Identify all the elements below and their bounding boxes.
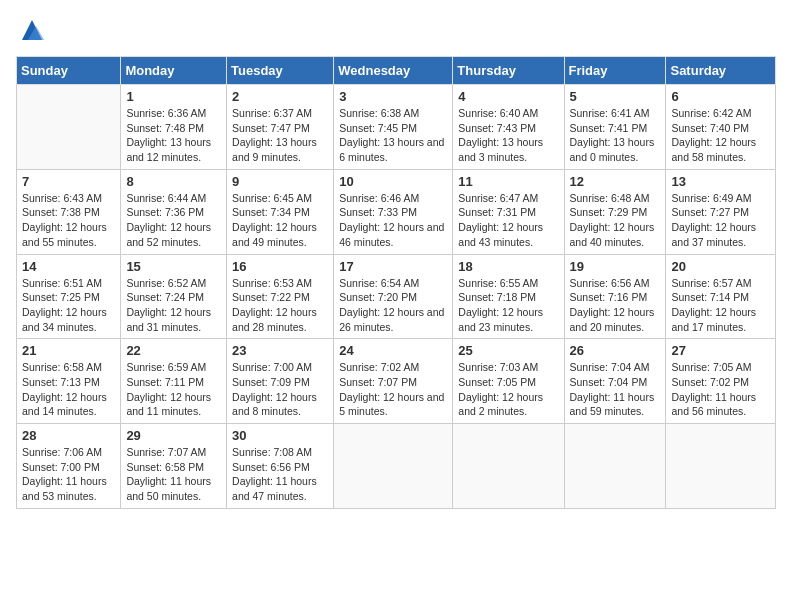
calendar-cell xyxy=(453,424,564,509)
calendar-cell: 15Sunrise: 6:52 AMSunset: 7:24 PMDayligh… xyxy=(121,254,227,339)
weekday-header-sunday: Sunday xyxy=(17,57,121,85)
calendar-cell: 12Sunrise: 6:48 AMSunset: 7:29 PMDayligh… xyxy=(564,169,666,254)
cell-details: Sunrise: 6:43 AMSunset: 7:38 PMDaylight:… xyxy=(22,191,115,250)
day-number: 28 xyxy=(22,428,115,443)
calendar-cell: 16Sunrise: 6:53 AMSunset: 7:22 PMDayligh… xyxy=(227,254,334,339)
day-number: 14 xyxy=(22,259,115,274)
day-number: 5 xyxy=(570,89,661,104)
cell-details: Sunrise: 6:46 AMSunset: 7:33 PMDaylight:… xyxy=(339,191,447,250)
weekday-header-friday: Friday xyxy=(564,57,666,85)
weekday-header-monday: Monday xyxy=(121,57,227,85)
day-number: 7 xyxy=(22,174,115,189)
day-number: 1 xyxy=(126,89,221,104)
calendar-cell: 8Sunrise: 6:44 AMSunset: 7:36 PMDaylight… xyxy=(121,169,227,254)
calendar-cell: 30Sunrise: 7:08 AMSunset: 6:56 PMDayligh… xyxy=(227,424,334,509)
day-number: 12 xyxy=(570,174,661,189)
logo xyxy=(16,16,46,44)
calendar-week-1: 1Sunrise: 6:36 AMSunset: 7:48 PMDaylight… xyxy=(17,85,776,170)
cell-details: Sunrise: 6:58 AMSunset: 7:13 PMDaylight:… xyxy=(22,360,115,419)
calendar-cell: 3Sunrise: 6:38 AMSunset: 7:45 PMDaylight… xyxy=(334,85,453,170)
weekday-header-wednesday: Wednesday xyxy=(334,57,453,85)
day-number: 8 xyxy=(126,174,221,189)
cell-details: Sunrise: 6:37 AMSunset: 7:47 PMDaylight:… xyxy=(232,106,328,165)
calendar-cell: 10Sunrise: 6:46 AMSunset: 7:33 PMDayligh… xyxy=(334,169,453,254)
day-number: 30 xyxy=(232,428,328,443)
calendar-cell: 5Sunrise: 6:41 AMSunset: 7:41 PMDaylight… xyxy=(564,85,666,170)
day-number: 20 xyxy=(671,259,770,274)
cell-details: Sunrise: 6:49 AMSunset: 7:27 PMDaylight:… xyxy=(671,191,770,250)
day-number: 16 xyxy=(232,259,328,274)
calendar-cell: 14Sunrise: 6:51 AMSunset: 7:25 PMDayligh… xyxy=(17,254,121,339)
cell-details: Sunrise: 7:08 AMSunset: 6:56 PMDaylight:… xyxy=(232,445,328,504)
day-number: 21 xyxy=(22,343,115,358)
cell-details: Sunrise: 6:44 AMSunset: 7:36 PMDaylight:… xyxy=(126,191,221,250)
cell-details: Sunrise: 7:03 AMSunset: 7:05 PMDaylight:… xyxy=(458,360,558,419)
page-header xyxy=(16,16,776,44)
cell-details: Sunrise: 6:52 AMSunset: 7:24 PMDaylight:… xyxy=(126,276,221,335)
calendar-week-2: 7Sunrise: 6:43 AMSunset: 7:38 PMDaylight… xyxy=(17,169,776,254)
day-number: 11 xyxy=(458,174,558,189)
cell-details: Sunrise: 7:06 AMSunset: 7:00 PMDaylight:… xyxy=(22,445,115,504)
day-number: 18 xyxy=(458,259,558,274)
calendar-cell: 27Sunrise: 7:05 AMSunset: 7:02 PMDayligh… xyxy=(666,339,776,424)
day-number: 24 xyxy=(339,343,447,358)
cell-details: Sunrise: 6:41 AMSunset: 7:41 PMDaylight:… xyxy=(570,106,661,165)
calendar-cell: 7Sunrise: 6:43 AMSunset: 7:38 PMDaylight… xyxy=(17,169,121,254)
cell-details: Sunrise: 6:56 AMSunset: 7:16 PMDaylight:… xyxy=(570,276,661,335)
calendar-table: SundayMondayTuesdayWednesdayThursdayFrid… xyxy=(16,56,776,509)
day-number: 19 xyxy=(570,259,661,274)
day-number: 25 xyxy=(458,343,558,358)
calendar-week-5: 28Sunrise: 7:06 AMSunset: 7:00 PMDayligh… xyxy=(17,424,776,509)
day-number: 10 xyxy=(339,174,447,189)
day-number: 3 xyxy=(339,89,447,104)
calendar-cell: 9Sunrise: 6:45 AMSunset: 7:34 PMDaylight… xyxy=(227,169,334,254)
calendar-cell: 25Sunrise: 7:03 AMSunset: 7:05 PMDayligh… xyxy=(453,339,564,424)
day-number: 13 xyxy=(671,174,770,189)
cell-details: Sunrise: 7:07 AMSunset: 6:58 PMDaylight:… xyxy=(126,445,221,504)
weekday-header-saturday: Saturday xyxy=(666,57,776,85)
calendar-cell: 11Sunrise: 6:47 AMSunset: 7:31 PMDayligh… xyxy=(453,169,564,254)
calendar-week-4: 21Sunrise: 6:58 AMSunset: 7:13 PMDayligh… xyxy=(17,339,776,424)
day-number: 22 xyxy=(126,343,221,358)
day-number: 6 xyxy=(671,89,770,104)
weekday-header-row: SundayMondayTuesdayWednesdayThursdayFrid… xyxy=(17,57,776,85)
weekday-header-thursday: Thursday xyxy=(453,57,564,85)
calendar-cell: 24Sunrise: 7:02 AMSunset: 7:07 PMDayligh… xyxy=(334,339,453,424)
calendar-cell: 22Sunrise: 6:59 AMSunset: 7:11 PMDayligh… xyxy=(121,339,227,424)
day-number: 4 xyxy=(458,89,558,104)
cell-details: Sunrise: 6:54 AMSunset: 7:20 PMDaylight:… xyxy=(339,276,447,335)
cell-details: Sunrise: 6:51 AMSunset: 7:25 PMDaylight:… xyxy=(22,276,115,335)
day-number: 2 xyxy=(232,89,328,104)
calendar-cell: 29Sunrise: 7:07 AMSunset: 6:58 PMDayligh… xyxy=(121,424,227,509)
cell-details: Sunrise: 6:53 AMSunset: 7:22 PMDaylight:… xyxy=(232,276,328,335)
calendar-cell xyxy=(17,85,121,170)
calendar-cell: 6Sunrise: 6:42 AMSunset: 7:40 PMDaylight… xyxy=(666,85,776,170)
cell-details: Sunrise: 6:45 AMSunset: 7:34 PMDaylight:… xyxy=(232,191,328,250)
day-number: 23 xyxy=(232,343,328,358)
calendar-cell xyxy=(666,424,776,509)
cell-details: Sunrise: 6:59 AMSunset: 7:11 PMDaylight:… xyxy=(126,360,221,419)
day-number: 17 xyxy=(339,259,447,274)
cell-details: Sunrise: 6:57 AMSunset: 7:14 PMDaylight:… xyxy=(671,276,770,335)
calendar-cell: 18Sunrise: 6:55 AMSunset: 7:18 PMDayligh… xyxy=(453,254,564,339)
day-number: 27 xyxy=(671,343,770,358)
calendar-cell xyxy=(564,424,666,509)
calendar-cell: 1Sunrise: 6:36 AMSunset: 7:48 PMDaylight… xyxy=(121,85,227,170)
cell-details: Sunrise: 6:42 AMSunset: 7:40 PMDaylight:… xyxy=(671,106,770,165)
day-number: 15 xyxy=(126,259,221,274)
cell-details: Sunrise: 6:55 AMSunset: 7:18 PMDaylight:… xyxy=(458,276,558,335)
day-number: 26 xyxy=(570,343,661,358)
calendar-cell: 4Sunrise: 6:40 AMSunset: 7:43 PMDaylight… xyxy=(453,85,564,170)
calendar-cell: 20Sunrise: 6:57 AMSunset: 7:14 PMDayligh… xyxy=(666,254,776,339)
calendar-cell: 23Sunrise: 7:00 AMSunset: 7:09 PMDayligh… xyxy=(227,339,334,424)
calendar-cell: 2Sunrise: 6:37 AMSunset: 7:47 PMDaylight… xyxy=(227,85,334,170)
calendar-week-3: 14Sunrise: 6:51 AMSunset: 7:25 PMDayligh… xyxy=(17,254,776,339)
calendar-cell: 21Sunrise: 6:58 AMSunset: 7:13 PMDayligh… xyxy=(17,339,121,424)
logo-icon xyxy=(18,16,46,44)
cell-details: Sunrise: 7:02 AMSunset: 7:07 PMDaylight:… xyxy=(339,360,447,419)
cell-details: Sunrise: 6:36 AMSunset: 7:48 PMDaylight:… xyxy=(126,106,221,165)
weekday-header-tuesday: Tuesday xyxy=(227,57,334,85)
cell-details: Sunrise: 6:48 AMSunset: 7:29 PMDaylight:… xyxy=(570,191,661,250)
cell-details: Sunrise: 6:38 AMSunset: 7:45 PMDaylight:… xyxy=(339,106,447,165)
cell-details: Sunrise: 7:05 AMSunset: 7:02 PMDaylight:… xyxy=(671,360,770,419)
